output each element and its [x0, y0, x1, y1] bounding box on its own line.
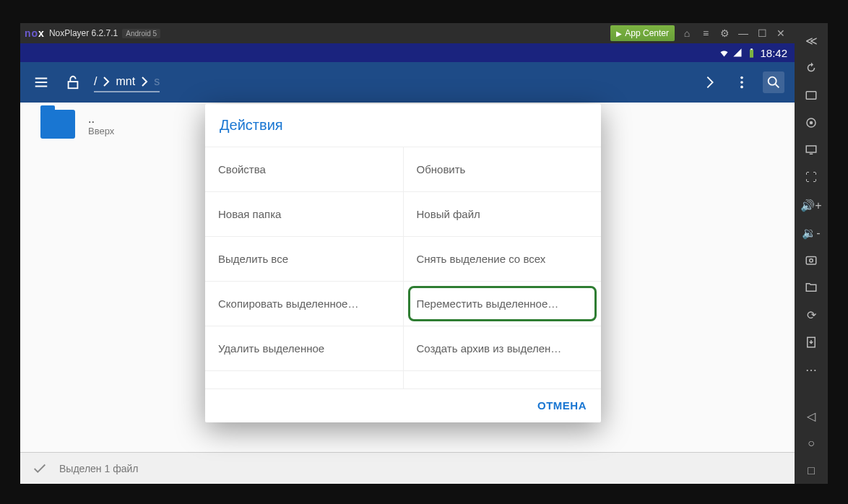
collapse-icon[interactable]: ≪: [795, 27, 828, 53]
nox-title: NoxPlayer 6.2.7.1: [49, 28, 118, 38]
svg-point-1: [810, 121, 813, 125]
action-deselect-all[interactable]: Снять выделение со всех: [404, 237, 602, 281]
rotate-icon[interactable]: [795, 55, 828, 81]
wifi-icon: [719, 48, 730, 58]
svg-rect-0: [806, 92, 816, 100]
action-archive-selection[interactable]: Создать архив из выделен…: [404, 326, 602, 370]
selection-text: Выделен 1 файл: [59, 463, 138, 474]
action-copy-selection[interactable]: Скопировать выделенное…: [205, 282, 404, 326]
android-screen: 18:42 / mnt s .. Вверх: [20, 43, 795, 484]
screenshot-icon[interactable]: [795, 82, 828, 108]
svg-rect-9: [751, 48, 753, 50]
svg-point-11: [740, 77, 743, 79]
svg-point-6: [810, 259, 813, 263]
chevron-right-icon: [103, 77, 110, 87]
clock: 18:42: [760, 47, 787, 59]
action-move-selection[interactable]: Переместить выделенное…: [404, 282, 602, 326]
more-icon[interactable]: ⋯: [795, 357, 828, 383]
cancel-button[interactable]: ОТМЕНА: [537, 399, 587, 412]
nox-side-toolbar: ≪ ⛶ 🔊+ 🔉- ⟳ ⋯ ◁ ○ □: [795, 23, 828, 484]
settings-gear-button[interactable]: ⚙: [715, 25, 734, 41]
dialog-title: Действия: [205, 104, 601, 147]
apk-icon[interactable]: [795, 329, 828, 355]
display-icon[interactable]: [795, 137, 828, 163]
breadcrumb-seg[interactable]: s: [154, 75, 160, 88]
maximize-button[interactable]: ☐: [753, 25, 771, 41]
nox-logo: nox: [25, 27, 45, 39]
action-more-right[interactable]: [404, 371, 602, 388]
home-icon[interactable]: ○: [795, 430, 828, 456]
search-icon[interactable]: [763, 71, 784, 93]
lock-open-icon[interactable]: [62, 74, 84, 90]
volume-down-icon[interactable]: 🔉-: [795, 220, 828, 246]
svg-rect-4: [810, 154, 813, 155]
action-select-all[interactable]: Выделить все: [205, 237, 404, 281]
location-icon[interactable]: [795, 110, 828, 136]
chevron-right-icon: [141, 77, 148, 87]
action-new-folder[interactable]: Новая папка: [205, 192, 404, 236]
svg-rect-3: [806, 146, 816, 152]
folder-icon[interactable]: [795, 274, 828, 300]
nox-window: nox NoxPlayer 6.2.7.1 Android 5 ▶App Cen…: [20, 23, 828, 484]
breadcrumb-seg[interactable]: mnt: [116, 75, 135, 88]
svg-rect-10: [69, 82, 78, 88]
action-more-left[interactable]: [205, 371, 404, 388]
svg-rect-5: [806, 257, 816, 265]
refresh-icon[interactable]: ⟳: [795, 302, 828, 328]
file-name: ..: [88, 113, 114, 126]
svg-point-12: [740, 81, 743, 84]
app-center-button[interactable]: ▶App Center: [610, 25, 675, 41]
minimize-button[interactable]: —: [734, 25, 753, 41]
svg-point-13: [740, 86, 743, 89]
android-statusbar: 18:42: [20, 43, 795, 62]
menu-lines-button[interactable]: ≡: [696, 25, 715, 41]
battery-icon: [746, 48, 757, 58]
folder-icon: [40, 110, 75, 139]
signal-icon: [732, 48, 743, 58]
action-new-file[interactable]: Новый файл: [404, 192, 602, 236]
play-icon: ▶: [616, 30, 622, 38]
breadcrumb-root[interactable]: /: [94, 75, 97, 88]
actions-dialog: Действия Свойства Обновить Новая папка Н…: [205, 104, 601, 422]
recent-icon[interactable]: □: [795, 458, 828, 484]
close-button[interactable]: ✕: [771, 25, 790, 41]
back-icon[interactable]: ◁: [795, 403, 828, 429]
android-version-badge: Android 5: [122, 29, 160, 38]
action-properties[interactable]: Свойства: [205, 147, 404, 191]
fullscreen-icon[interactable]: ⛶: [795, 165, 828, 191]
home-button[interactable]: ⌂: [678, 25, 696, 41]
volume-up-icon[interactable]: 🔊+: [795, 192, 828, 218]
selection-bar: Выделен 1 файл: [20, 452, 795, 484]
overflow-menu-icon[interactable]: [731, 74, 753, 90]
svg-point-14: [769, 77, 776, 85]
nox-titlebar: nox NoxPlayer 6.2.7.1 Android 5 ▶App Cen…: [20, 23, 795, 43]
check-icon[interactable]: [32, 461, 48, 477]
file-manager-toolbar: / mnt s: [20, 62, 795, 103]
hamburger-menu-icon[interactable]: [30, 74, 52, 90]
svg-rect-8: [750, 49, 753, 57]
file-subtitle: Вверх: [88, 126, 114, 136]
forward-icon[interactable]: [699, 74, 721, 90]
action-refresh[interactable]: Обновить: [404, 147, 602, 191]
path-breadcrumb[interactable]: / mnt s: [94, 72, 160, 92]
action-delete-selection[interactable]: Удалить выделенное: [205, 326, 404, 370]
camera-icon[interactable]: [795, 247, 828, 273]
